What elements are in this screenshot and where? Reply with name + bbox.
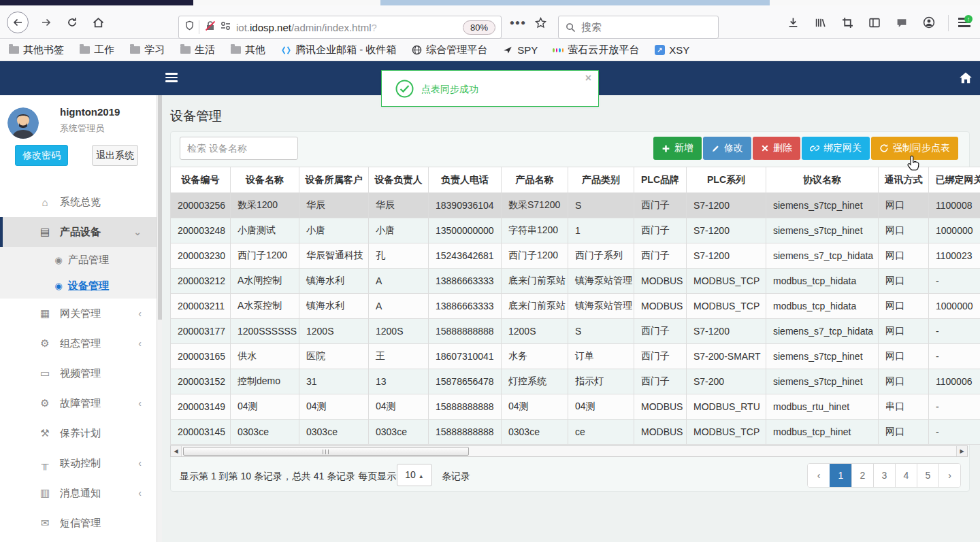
table-row[interactable]: 20000314904测04测04测1588888888804测04测MODBU… (171, 394, 980, 420)
tab-strip-highlight (380, 0, 770, 5)
sidebar-item-保养计划[interactable]: ⚒保养计划 (0, 418, 157, 448)
sidebar-toggle-icon[interactable] (863, 12, 886, 33)
spy-favicon (502, 45, 513, 56)
table-row[interactable]: 200003256数采1200华辰华辰18390936104数采S71200S西… (171, 193, 980, 218)
device-search-input[interactable] (180, 137, 298, 160)
修改-button[interactable]: 修改 (703, 137, 751, 160)
bookmark-item[interactable]: 综合管理平台 (411, 44, 487, 56)
table-cell: MODBUS_TCP (687, 420, 766, 445)
column-header[interactable]: 设备名称 (231, 167, 299, 193)
scrollbar-thumb[interactable] (183, 447, 469, 456)
url-bar[interactable]: iot.idosp.net/admin/index.html? 80% (178, 16, 502, 39)
sidebar-item-联动控制[interactable]: ╥联动控制‹ (0, 448, 157, 478)
tracking-shield-icon[interactable] (184, 20, 195, 34)
column-header[interactable]: PLC品牌 (634, 167, 687, 193)
sidebar-item-短信管理[interactable]: ✉短信管理 (0, 508, 157, 538)
bookmark-item[interactable]: 工作 (79, 44, 114, 56)
table-row[interactable]: 200003152控制demo311315878656478灯控系统指示灯西门子… (171, 369, 980, 394)
bookmark-item[interactable]: ↗XSY (654, 44, 689, 56)
home-button[interactable] (87, 12, 109, 33)
browser-search[interactable]: 搜索 (558, 16, 719, 39)
pager-page-4[interactable]: 4 (895, 464, 917, 487)
bookmark-item[interactable]: 学习 (129, 44, 165, 56)
pager-next[interactable]: › (938, 464, 960, 487)
zoom-level-badge[interactable]: 80% (463, 20, 495, 35)
pager-page-5[interactable]: 5 (917, 464, 938, 487)
绑定网关-button[interactable]: 绑定网关 (802, 137, 870, 160)
permissions-icon[interactable] (220, 21, 231, 33)
bookmark-item[interactable]: SPY (502, 44, 538, 56)
table-row[interactable]: 200003212A水闸控制镇海水利A13886663333底来门前泵站镇海泵站… (171, 269, 980, 294)
column-header[interactable]: 负责人电话 (429, 167, 502, 193)
horizontal-scrollbar[interactable]: ◀ ▶ (170, 445, 968, 457)
table-cell: 底来门前泵站 (502, 294, 568, 319)
sidebar-item-视频管理[interactable]: ▭视频管理 (0, 358, 157, 388)
page-size-select[interactable]: 10▲ (397, 464, 432, 486)
column-header[interactable]: 协议名称 (766, 167, 879, 193)
table-cell: 1200S (299, 319, 369, 344)
menu-hamburger-icon[interactable]: ↑ (953, 12, 976, 33)
bookmark-item[interactable]: 其他书签 (8, 44, 64, 56)
bookmark-item[interactable]: 其他 (230, 44, 265, 56)
pager-page-1[interactable]: 1 (830, 464, 851, 487)
table-row[interactable]: 2000031771200SSSSSS1200S1200S15888888888… (171, 319, 980, 344)
insecure-lock-icon[interactable] (205, 20, 216, 34)
column-header[interactable]: 已绑定网关 (929, 167, 980, 193)
account-icon[interactable] (917, 12, 941, 33)
nav-home-icon[interactable] (958, 70, 973, 88)
sidebar-item-消息通知[interactable]: ▥消息通知‹ (0, 478, 157, 508)
pager-page-2[interactable]: 2 (851, 464, 873, 487)
pager-prev[interactable]: ‹ (808, 464, 830, 487)
active-tab-strip (0, 0, 193, 5)
column-header[interactable]: 产品名称 (502, 167, 568, 193)
table-row[interactable]: 2000031450303ce0303ce0303ce1588888888803… (171, 420, 980, 445)
back-button[interactable] (7, 12, 29, 33)
sidebar-item-网关管理[interactable]: ▦网关管理‹ (0, 299, 157, 328)
bookmark-item[interactable]: 腾讯企业邮箱 - 收件箱 (280, 44, 396, 56)
screenshot-crop-icon[interactable] (836, 12, 859, 33)
change-password-button[interactable]: 修改密码 (15, 145, 68, 166)
新增-button[interactable]: 新增 (653, 137, 702, 160)
table-cell: 网口 (879, 369, 929, 394)
sidebar-item-产品管理[interactable]: ◉产品管理 (0, 247, 157, 273)
bookmark-item[interactable]: 萤石云开放平台 (553, 44, 639, 56)
forward-button[interactable] (35, 12, 57, 33)
table-row[interactable]: 200003248小唐测试小唐小唐13500000000字符串12001西门子S… (171, 218, 980, 243)
table-cell: 31 (299, 369, 369, 394)
column-header[interactable]: 设备所属客户 (299, 167, 369, 193)
page-actions-icon[interactable]: ●●● (508, 12, 527, 33)
sidebar-collapse-icon[interactable] (165, 73, 178, 82)
table-row[interactable]: 200003165供水医院王18607310041水务订单西门子S7-200-S… (171, 344, 980, 369)
logout-button[interactable]: 退出系统 (92, 145, 138, 166)
scroll-right-arrow[interactable]: ▶ (956, 446, 967, 456)
删除-button[interactable]: 删除 (753, 137, 800, 160)
bookmark-star-icon[interactable] (529, 12, 551, 33)
column-header[interactable]: 产品类别 (568, 167, 634, 193)
sidebar-scrollbar[interactable] (157, 95, 162, 542)
table-cell: siemens_s7tcp_hinet (766, 344, 879, 369)
downloads-icon[interactable] (781, 12, 804, 33)
sidebar-item-故障管理[interactable]: ⚙故障管理‹ (0, 388, 157, 418)
table-cell: - (929, 344, 980, 369)
bookmark-item[interactable]: 生活 (180, 44, 215, 56)
pocket-chat-icon[interactable] (890, 12, 913, 33)
pagination-bar: 显示第 1 到第 10 条记录，总共 41 条记录 每页显示 10▲ 条记录 ‹… (171, 462, 970, 492)
reload-button[interactable] (61, 12, 83, 33)
table-row[interactable]: 200003230西门子1200华辰智通科技孔15243642681西门子120… (171, 243, 980, 269)
column-header[interactable]: 设备负责人 (369, 167, 429, 193)
bookmark-label: 腾讯企业邮箱 - 收件箱 (295, 44, 396, 56)
library-icon[interactable] (808, 12, 832, 33)
sidebar-item-设备管理[interactable]: ◉设备管理 (0, 273, 157, 299)
pager-page-3[interactable]: 3 (873, 464, 895, 487)
table-row[interactable]: 200003211A水泵控制镇海水利A13886663333底来门前泵站镇海泵站… (171, 294, 980, 319)
sidebar-item-产品设备[interactable]: ▤产品设备⌄ (0, 217, 157, 247)
table-cell: 小唐 (299, 218, 369, 243)
sidebar-item-系统总览[interactable]: ⌂系统总览 (0, 187, 157, 217)
sidebar-item-管理[interactable]: ▯管理 (0, 538, 157, 542)
column-header[interactable]: 设备编号 (171, 167, 231, 193)
column-header[interactable]: 通讯方式 (879, 167, 929, 193)
scroll-left-arrow[interactable]: ◀ (171, 446, 182, 456)
toast-close-icon[interactable]: × (585, 72, 591, 84)
sidebar-item-组态管理[interactable]: ⚙组态管理‹ (0, 328, 157, 358)
column-header[interactable]: PLC系列 (687, 167, 766, 193)
